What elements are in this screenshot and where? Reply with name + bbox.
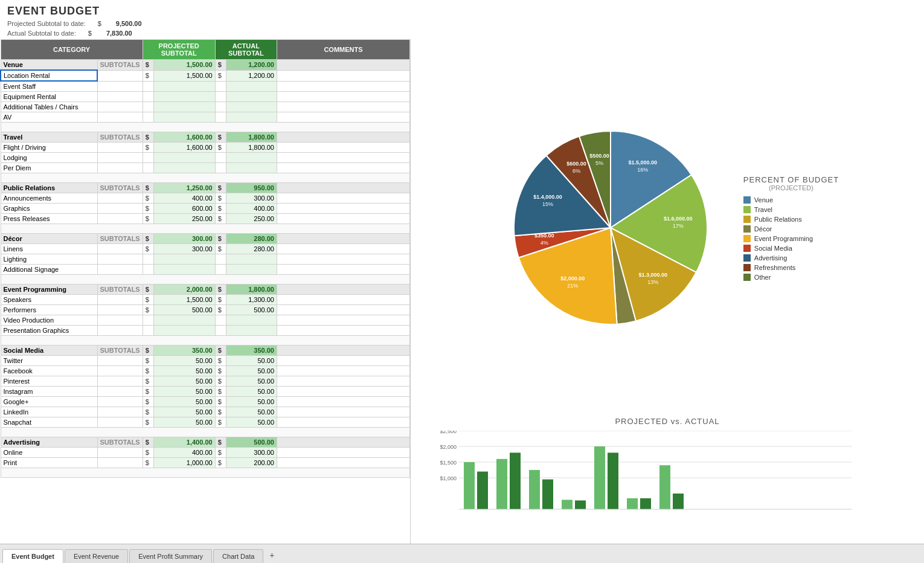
legend-color: [743, 254, 751, 262]
table-row[interactable]: Speakers $ 1,500.00 $ 1,300.00: [1, 295, 410, 305]
table-row[interactable]: LinkedIn $ 50.00 $ 50.00: [1, 407, 410, 417]
col-header-projected: PROJECTED SUBTOTAL: [143, 40, 215, 60]
svg-text:13%: 13%: [647, 279, 658, 285]
table-row[interactable]: Instagram $ 50.00 $ 50.00: [1, 387, 410, 397]
row-projected: [153, 153, 215, 163]
actual-dollar: $: [88, 30, 92, 37]
header: EVENT BUDGET Projected Subtotal to date:…: [0, 0, 924, 39]
row-projected: 50.00: [153, 397, 215, 407]
table-row[interactable]: Performers $ 500.00 $ 500.00: [1, 305, 410, 315]
subtotals-label: SUBTOTALS: [97, 437, 143, 448]
svg-text:15%: 15%: [542, 201, 553, 207]
row-actual: 250.00: [226, 214, 277, 224]
legend-item: Refreshments: [743, 264, 813, 271]
table-row[interactable]: Public Relations SUBTOTALS $ 1,250.00 $ …: [1, 183, 410, 193]
table-row[interactable]: Online $ 400.00 $ 300.00: [1, 448, 410, 458]
row-projected: 1,600.00: [153, 143, 215, 153]
row-projected: [153, 254, 215, 265]
row-actual: 50.00: [226, 387, 277, 397]
table-row[interactable]: Additional Signage: [1, 265, 410, 275]
row-name: Print: [1, 458, 97, 468]
empty-row: [1, 173, 410, 183]
row-actual: [226, 92, 277, 102]
table-row[interactable]: Announcements $ 400.00 $ 300.00: [1, 193, 410, 204]
row-actual: [226, 112, 277, 123]
table-row[interactable]: Travel SUBTOTALS $ 1,600.00 $ 1,800.00: [1, 132, 410, 143]
row-projected: [153, 265, 215, 275]
empty-row: [1, 336, 410, 346]
table-row[interactable]: Print $ 1,000.00 $ 200.00: [1, 458, 410, 468]
legend-color: [743, 245, 751, 252]
table-row[interactable]: Facebook $ 50.00 $ 50.00: [1, 366, 410, 376]
table-row[interactable]: Graphics $ 600.00 $ 400.00: [1, 204, 410, 214]
row-actual: [226, 265, 277, 275]
table-row[interactable]: Additional Tables / Chairs: [1, 102, 410, 112]
svg-text:$1.5,000.00: $1.5,000.00: [628, 159, 657, 166]
legend-label: Venue: [754, 196, 773, 204]
legend: Venue Travel Public Relations Décor Even…: [743, 196, 813, 281]
subtotals-label: SUBTOTALS: [97, 234, 143, 244]
table-row[interactable]: Flight / Driving $ 1,600.00 $ 1,800.00: [1, 143, 410, 153]
table-row[interactable]: Snapchat $ 50.00 $ 50.00: [1, 417, 410, 428]
pie-section: $1.5,000.0016%$1.6,000.0017%$1.3,000.001…: [423, 45, 912, 411]
table-row[interactable]: Lighting: [1, 254, 410, 265]
tab-event-revenue[interactable]: Event Revenue: [65, 549, 128, 563]
table-row[interactable]: Event Programming SUBTOTALS $ 2,000.00 $…: [1, 285, 410, 295]
tab-event-budget[interactable]: Event Budget: [2, 549, 63, 563]
row-projected: 50.00: [153, 376, 215, 387]
row-actual: 300.00: [226, 193, 277, 204]
table-row[interactable]: Décor SUBTOTALS $ 300.00 $ 280.00: [1, 234, 410, 244]
table-row[interactable]: Presentation Graphics: [1, 326, 410, 336]
row-name: Press Releases: [1, 214, 97, 224]
tab-event-profit-summary[interactable]: Event Profit Summary: [129, 549, 212, 563]
tabs-container: Event BudgetEvent RevenueEvent Profit Su…: [2, 549, 263, 563]
row-name: Additional Tables / Chairs: [1, 102, 97, 112]
bar-projected-6: [659, 465, 670, 509]
table-row[interactable]: Linens $ 300.00 $ 280.00: [1, 244, 410, 254]
table-row[interactable]: Social Media SUBTOTALS $ 350.00 $ 350.00: [1, 346, 410, 356]
actual-subtotal: 950.00: [226, 183, 277, 193]
empty-row: [1, 275, 410, 285]
bar-projected-4: [594, 446, 605, 509]
pie-subtitle: (PROJECTED): [743, 184, 839, 191]
row-actual: [226, 81, 277, 92]
table-row[interactable]: Video Production: [1, 315, 410, 326]
svg-text:$500.00: $500.00: [589, 152, 609, 158]
table-row[interactable]: Venue SUBTOTALS $ 1,500.00 $ 1,200.00: [1, 60, 410, 71]
subtotals-label: SUBTOTALS: [97, 346, 143, 356]
table-row[interactable]: Advertising SUBTOTALS $ 1,400.00 $ 500.0…: [1, 437, 410, 448]
legend-label: Advertising: [754, 254, 787, 262]
svg-text:$1,000: $1,000: [440, 475, 457, 481]
row-actual: [226, 163, 277, 173]
row-projected: 300.00: [153, 244, 215, 254]
row-actual: [226, 326, 277, 336]
table-row[interactable]: Lodging: [1, 153, 410, 163]
table-row[interactable]: AV: [1, 112, 410, 123]
svg-text:5%: 5%: [595, 159, 603, 166]
row-name: Video Production: [1, 315, 97, 326]
table-row[interactable]: Pinterest $ 50.00 $ 50.00: [1, 376, 410, 387]
empty-row: [1, 224, 410, 234]
tab-add-button[interactable]: +: [265, 547, 279, 563]
table-row[interactable]: Location Rental $ 1,500.00 $ 1,200.00: [1, 70, 410, 81]
actual-subtotal: 1,800.00: [226, 132, 277, 143]
bar-projected-5: [627, 498, 638, 509]
row-actual: [226, 153, 277, 163]
row-name: Location Rental: [1, 70, 97, 81]
table-row[interactable]: Press Releases $ 250.00 $ 250.00: [1, 214, 410, 224]
row-projected: [153, 315, 215, 326]
row-name: Pinterest: [1, 376, 97, 387]
row-projected: [153, 163, 215, 173]
empty-row: [1, 468, 410, 478]
tab-chart-data[interactable]: Chart Data: [213, 549, 263, 563]
table-row[interactable]: Equipment Rental: [1, 92, 410, 102]
col-header-actual: ACTUAL SUBTOTAL: [215, 40, 277, 60]
bar-chart-title: PROJECTED vs. ACTUAL: [423, 417, 912, 426]
bar-projected-2: [529, 470, 540, 509]
spreadsheet[interactable]: CATEGORY PROJECTED SUBTOTAL ACTUAL SUBTO…: [0, 39, 411, 544]
table-row[interactable]: Google+ $ 50.00 $ 50.00: [1, 397, 410, 407]
table-row[interactable]: Twitter $ 50.00 $ 50.00: [1, 356, 410, 366]
table-row[interactable]: Per Diem: [1, 163, 410, 173]
row-actual: 50.00: [226, 366, 277, 376]
table-row[interactable]: Event Staff: [1, 81, 410, 92]
